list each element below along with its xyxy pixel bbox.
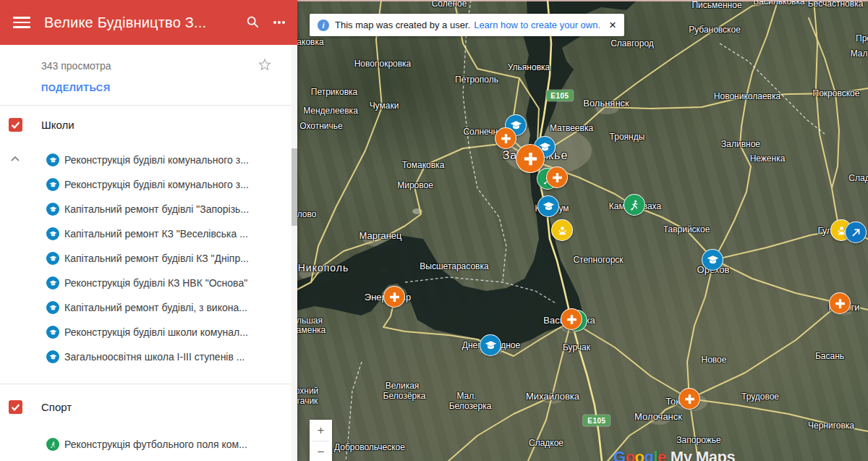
list-item-label: Капітальний ремонт КЗ "Веселівська ... bbox=[64, 228, 248, 240]
google-logo: Google bbox=[613, 448, 666, 461]
my-maps-label: My Maps bbox=[671, 448, 735, 461]
map-place-label: Трудовое bbox=[741, 392, 779, 402]
map-place-label: Высшетарасовка bbox=[420, 261, 488, 271]
map-place-label: Бурчак bbox=[563, 342, 590, 352]
map-place-label: Новое bbox=[702, 355, 727, 365]
share-button[interactable]: ПОДЕЛИТЬСЯ bbox=[41, 83, 110, 93]
zoom-out-button[interactable]: − bbox=[310, 441, 332, 461]
map-marker-plus[interactable] bbox=[495, 127, 516, 149]
map-marker-plus[interactable] bbox=[516, 144, 545, 173]
map-place-label: Таврийское bbox=[663, 224, 710, 234]
banner-link[interactable]: Learn how to create your own. bbox=[474, 20, 600, 30]
school-icon bbox=[46, 301, 59, 314]
map-place-label: Петриковка bbox=[311, 87, 357, 97]
list-item[interactable]: Реконструкція будівлі школи комунал... bbox=[0, 320, 297, 344]
map-place-label: Добровольческое bbox=[334, 442, 405, 452]
map-marker-kindergarten[interactable] bbox=[551, 219, 573, 241]
list-item-label: Загальноосвітня школа І-ІІІ ступенів ... bbox=[64, 351, 244, 363]
map-title: Велике Будівництво З... bbox=[44, 14, 244, 31]
map-marker-arrow[interactable] bbox=[845, 221, 867, 243]
map-place-label: Новопокровка bbox=[354, 59, 412, 69]
map-place-label: Петрополь bbox=[455, 75, 498, 85]
map-place-label: льшая bbox=[297, 316, 323, 326]
map-place-label: Белозёрка bbox=[383, 391, 426, 401]
layer-checkbox-sport[interactable] bbox=[9, 400, 22, 414]
list-item-label: Реконструкція будівлі комунального з... bbox=[64, 179, 249, 190]
collapse-chevron-icon[interactable] bbox=[9, 153, 21, 165]
school-icon bbox=[46, 227, 59, 240]
kebab-menu-icon[interactable] bbox=[273, 13, 286, 32]
list-item[interactable]: Реконструкція будівлі комунального з... bbox=[0, 148, 297, 172]
map-marker-plus[interactable] bbox=[561, 308, 582, 330]
close-icon[interactable]: × bbox=[609, 19, 616, 31]
school-icon bbox=[46, 252, 59, 265]
list-item[interactable]: Капітальний ремонт будівлі, з викона... bbox=[0, 295, 297, 320]
layer-title-sport: Спорт bbox=[41, 401, 72, 413]
map-marker-school[interactable] bbox=[537, 195, 559, 217]
map-place-label: Троянды bbox=[610, 132, 645, 142]
map-place-label: Менделеевка bbox=[303, 106, 358, 116]
map-place-label: Славгород bbox=[610, 38, 654, 48]
sport-icon bbox=[46, 438, 59, 451]
map-place-label: аковка bbox=[297, 37, 324, 47]
layer-title-schools: Школи bbox=[41, 119, 75, 131]
school-icon bbox=[46, 178, 59, 191]
search-icon[interactable] bbox=[244, 13, 263, 32]
school-icon bbox=[46, 350, 59, 363]
list-item[interactable]: Капітальний ремонт КЗ "Веселівська ... bbox=[0, 221, 297, 246]
map-marker-school[interactable] bbox=[480, 334, 501, 356]
sport-item-list: Реконструкція футбольного поля ком... bbox=[0, 432, 297, 457]
map-place-label: Покровское bbox=[813, 88, 860, 98]
views-count: 343 просмотра bbox=[41, 60, 111, 72]
map-marker-plus[interactable] bbox=[829, 292, 851, 314]
list-item[interactable]: Реконструкція будівлі комунального з... bbox=[0, 172, 297, 197]
map-place-label: Томаковка bbox=[402, 160, 445, 170]
map-place-label: Великая bbox=[386, 381, 420, 391]
list-item-label: Капітальний ремонт будівлі КЗ "Дніпр... bbox=[64, 253, 249, 264]
map-marker-plus[interactable] bbox=[383, 286, 405, 308]
map-marker-school[interactable] bbox=[702, 249, 723, 271]
sidebar-panel: Велике Будівництво З... 343 просмотра ПО… bbox=[0, 0, 297, 461]
layer-section-schools: Школи Реконструкція будівлі комунального… bbox=[0, 106, 297, 369]
school-icon bbox=[46, 203, 59, 216]
map-place-label: Рубановское bbox=[689, 25, 741, 35]
school-icon bbox=[46, 276, 59, 289]
list-item[interactable]: Реконструкція будівлі КЗ НВК "Основа" bbox=[0, 271, 297, 295]
map-marker-plus[interactable] bbox=[546, 166, 568, 188]
map-place-label: Заливное bbox=[721, 139, 760, 149]
map-place-label: Мало bbox=[851, 48, 868, 59]
list-item[interactable]: Загальноосвітня школа І-ІІІ ступенів ... bbox=[0, 344, 297, 369]
map-place-label: Ульяновка bbox=[508, 62, 550, 72]
map-canvas[interactable]: СоленоеаковкаНовопокровкаПетропольУльяно… bbox=[297, 0, 868, 461]
google-my-maps-watermark: GoogleMy Maps bbox=[613, 448, 735, 461]
road-shield: E105 bbox=[546, 90, 573, 101]
zoom-control: + − bbox=[310, 420, 332, 461]
google-my-maps-app: Велике Будівництво З... 343 просмотра ПО… bbox=[0, 0, 868, 461]
map-marker-plus[interactable] bbox=[678, 388, 700, 410]
map-place-label: Белозерка bbox=[449, 401, 492, 411]
scrollbar-thumb[interactable] bbox=[292, 148, 297, 226]
layer-checkbox-schools[interactable] bbox=[9, 118, 22, 132]
map-place-label: Про bbox=[856, 33, 868, 43]
map-place-label: аменка bbox=[297, 325, 326, 335]
map-place-label: Письменное bbox=[692, 0, 741, 10]
map-place-label: Степногорск bbox=[573, 255, 623, 265]
info-icon: i bbox=[318, 20, 329, 31]
map-header: Велике Будівництво З... bbox=[0, 0, 297, 45]
map-meta: 343 просмотра ПОДЕЛИТЬСЯ bbox=[0, 45, 297, 94]
list-item-label: Реконструкція будівлі КЗ НВК "Основа" bbox=[64, 277, 247, 289]
list-item[interactable]: Капітальний ремонт будівлі КЗ "Дніпр... bbox=[0, 246, 297, 271]
map-place-label: Никополь bbox=[298, 262, 349, 274]
map-place-label: Чумаки bbox=[370, 101, 399, 111]
list-item[interactable]: Реконструкція футбольного поля ком... bbox=[0, 432, 297, 457]
list-item-label: Реконструкція будівлі школи комунал... bbox=[64, 326, 248, 338]
map-place-label: Матвеевка bbox=[550, 123, 593, 133]
map-place-label: Новониколаевка bbox=[714, 91, 780, 101]
zoom-in-button[interactable]: + bbox=[310, 420, 332, 441]
map-marker-sport[interactable] bbox=[624, 194, 645, 216]
hamburger-menu-icon[interactable] bbox=[13, 14, 30, 31]
list-item[interactable]: Капітальний ремонт будівлі "Запорізь... bbox=[0, 197, 297, 221]
map-place-label: Вольнянск bbox=[583, 98, 629, 109]
star-icon[interactable] bbox=[257, 56, 273, 72]
sidebar-scrollbar[interactable] bbox=[292, 45, 297, 461]
